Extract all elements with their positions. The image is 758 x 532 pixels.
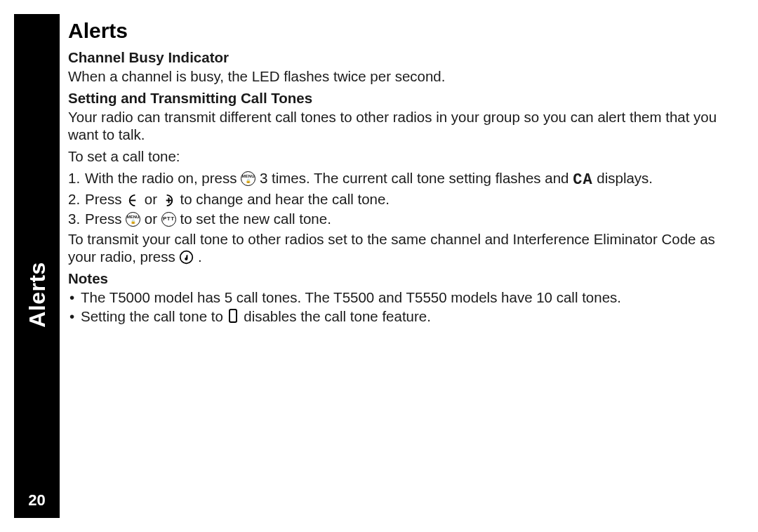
sidebar-section-label: Alerts: [24, 262, 50, 328]
note-2-text-a: Setting the call tone to: [81, 308, 227, 324]
step-2-text-b: or: [145, 191, 161, 207]
step-1-text-a: With the radio on, press: [85, 170, 241, 186]
menu-button-icon: MENU🔒: [126, 212, 140, 227]
step-3-text-a: Press: [85, 211, 126, 227]
step-2: 2. Press or to change and hear the call …: [68, 190, 737, 208]
step-2-text-a: Press: [85, 191, 126, 207]
note-1: The T5000 model has 5 call tones. The T5…: [68, 288, 737, 306]
note-2-text-b: disables the call tone feature.: [244, 308, 431, 324]
page-number: 20: [28, 491, 45, 510]
page-title: Alerts: [68, 18, 737, 44]
para-call-tones-lead: To set a call tone:: [68, 147, 737, 165]
transmit-text-b: .: [198, 248, 202, 265]
ca-display-glyph: CA: [573, 171, 592, 190]
transmit-text-a: To transmit your call tone to other radi…: [68, 231, 715, 265]
sidebar: Alerts 20: [14, 14, 60, 518]
minus-arrow-icon: [126, 193, 140, 208]
subhead-notes: Notes: [68, 270, 737, 287]
call-tone-button-icon: [179, 250, 194, 265]
steps-list: 1. With the radio on, press MENU🔒 3 time…: [68, 169, 737, 227]
step-2-text-c: to change and hear the call tone.: [180, 191, 390, 207]
notes-list: The T5000 model has 5 call tones. The T5…: [68, 288, 737, 325]
menu-button-icon: MENU🔒: [241, 171, 255, 186]
page-content: Alerts Channel Busy Indicator When a cha…: [68, 18, 737, 326]
step-3-text-b: or: [145, 211, 161, 227]
para-channel-busy: When a channel is busy, the LED flashes …: [68, 67, 737, 85]
ptt-button-icon: PTT: [161, 212, 176, 227]
note-2: Setting the call tone to disables the ca…: [68, 307, 737, 325]
step-3-text-c: to set the new call tone.: [180, 211, 331, 227]
para-transmit: To transmit your call tone to other radi…: [68, 230, 737, 265]
subhead-call-tones: Setting and Transmitting Call Tones: [68, 89, 737, 107]
step-1-text-c: displays.: [597, 170, 653, 186]
step-3: 3. Press MENU🔒 or PTT to set the new cal…: [68, 210, 737, 227]
page: Alerts 20 Alerts Channel Busy Indicator …: [0, 0, 758, 532]
subhead-channel-busy: Channel Busy Indicator: [68, 48, 737, 66]
step-1: 1. With the radio on, press MENU🔒 3 time…: [68, 169, 737, 189]
para-call-tones-intro: Your radio can transmit different call t…: [68, 108, 737, 143]
zero-display-glyph: [229, 309, 237, 323]
step-1-text-b: 3 times. The current call tone setting f…: [260, 170, 573, 186]
plus-arrow-icon: [161, 193, 176, 208]
